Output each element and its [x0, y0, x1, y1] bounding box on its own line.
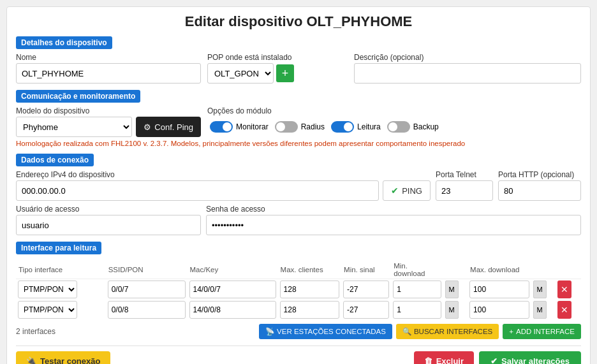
delete-row-button-0[interactable]: ✕: [557, 280, 571, 298]
gear-icon: ⚙: [144, 122, 151, 132]
senha-input[interactable]: [206, 215, 581, 235]
col-mindown: Min. download: [391, 261, 443, 279]
ping-button[interactable]: ✔ PING: [383, 180, 431, 201]
modelo-select[interactable]: Phyhome: [16, 117, 132, 137]
col-maxcli: Max. clientes: [278, 261, 341, 279]
section-comunicacao: Comunicação e monitoramento Modelo do di…: [16, 90, 581, 147]
maxdown-m-0: M: [533, 280, 547, 298]
buscar-interfaces-button[interactable]: 🔍 BUSCAR INTERFACES: [396, 324, 499, 339]
monitorar-toggle[interactable]: [210, 121, 233, 133]
ssid-input-0[interactable]: [108, 280, 186, 298]
check-icon: ✔: [391, 186, 399, 196]
maxcli-input-1[interactable]: [280, 301, 339, 319]
maxcli-input-0[interactable]: [280, 280, 339, 298]
porta-http-label: Porta HTTP (opcional): [498, 170, 581, 179]
main-container: Editar dispositivo OLT_PHYHOME Detalhes …: [6, 6, 591, 364]
conf-ping-button[interactable]: ⚙ Conf. Ping: [136, 117, 201, 137]
section-header-detalhes: Detalhes do dispositivo: [16, 36, 112, 49]
minsinal-input-0[interactable]: [343, 280, 389, 298]
plug-icon: 🔌: [26, 356, 36, 364]
excluir-button[interactable]: 🗑 Excluir: [414, 351, 474, 364]
trash-icon: 🗑: [424, 356, 432, 364]
radius-label: Radius: [301, 122, 325, 131]
table-row: PTMP/PON M M ✕: [16, 300, 581, 320]
leitura-label: Leitura: [357, 122, 381, 131]
col-minsinal: Min. sinal: [341, 261, 391, 279]
backup-label: Backup: [413, 122, 439, 131]
maxdown-input-0[interactable]: [469, 280, 529, 298]
pop-label: POP onde está instalado: [207, 53, 348, 62]
section-detalhes: Detalhes do dispositivo Nome POP onde es…: [16, 36, 581, 84]
plus-icon: +: [509, 328, 513, 335]
porta-telnet-label: Porta Telnet: [436, 170, 493, 179]
col-mac: Mac/Key: [188, 261, 278, 279]
minsinal-input-1[interactable]: [343, 301, 389, 319]
mindown-m-0: M: [445, 280, 459, 298]
backup-toggle[interactable]: [387, 121, 410, 133]
opcoes-label: Opções do módulo: [207, 106, 581, 115]
antenna-icon: 📡: [265, 327, 274, 336]
leitura-toggle[interactable]: [331, 121, 354, 133]
section-header-interface: Interface para leitura: [16, 242, 101, 254]
interface-footer: 2 interfaces 📡 VER ESTAÇÕES CONECTADAS 🔍…: [16, 324, 581, 339]
tipo-select-0[interactable]: PTMP/PON: [18, 280, 77, 298]
search-icon: 🔍: [402, 327, 411, 336]
col-tipo: Tipo interface: [16, 261, 106, 279]
senha-label: Senha de acesso: [206, 205, 581, 214]
col-maxdown: Max. download: [468, 261, 531, 279]
usuario-label: Usuário de acesso: [16, 205, 201, 214]
ip-input[interactable]: [16, 180, 379, 201]
pop-add-button[interactable]: +: [276, 64, 294, 82]
radius-toggle[interactable]: [275, 121, 298, 133]
nome-input[interactable]: [16, 63, 201, 84]
col-ssid: SSID/PON: [106, 261, 188, 279]
porta-http-input[interactable]: [498, 180, 581, 201]
table-row: PTMP/PON M M ✕: [16, 279, 581, 300]
pop-select[interactable]: OLT_GPON: [207, 63, 274, 84]
ip-label: Endereço IPv4 do dispositivo: [16, 170, 431, 179]
section-interface: Interface para leitura Tipo interface SS…: [16, 242, 581, 339]
footer-bar: 🔌 Testar conexão 🗑 Excluir ✔ Salvar alte…: [16, 346, 581, 364]
ver-estacoes-button[interactable]: 📡 VER ESTAÇÕES CONECTADAS: [259, 324, 392, 339]
salvar-button[interactable]: ✔ Salvar alterações: [479, 351, 581, 364]
section-header-comunicacao: Comunicação e monitoramento: [16, 90, 140, 103]
maxdown-input-1[interactable]: [469, 301, 529, 319]
monitorar-label: Monitorar: [236, 122, 269, 131]
add-interface-button[interactable]: + ADD INTERFACE: [503, 324, 581, 339]
section-conexao: Dados de conexão Endereço IPv4 do dispos…: [16, 154, 581, 235]
delete-row-button-1[interactable]: ✕: [557, 301, 571, 319]
interface-table: Tipo interface SSID/PON Mac/Key Max. cli…: [16, 261, 581, 320]
maxdown-m-1: M: [533, 301, 547, 319]
check-circle-icon: ✔: [490, 356, 497, 364]
warning-text: Homologação realizada com FHL2100 v. 2.3…: [16, 140, 581, 147]
interface-count: 2 interfaces: [16, 327, 55, 336]
page-title: Editar dispositivo OLT_PHYHOME: [16, 13, 581, 30]
usuario-input[interactable]: [16, 215, 201, 235]
mindown-input-1[interactable]: [393, 301, 441, 319]
section-header-conexao: Dados de conexão: [16, 154, 94, 166]
mindown-input-0[interactable]: [393, 280, 441, 298]
porta-telnet-input[interactable]: [436, 180, 493, 201]
tipo-select-1[interactable]: PTMP/PON: [18, 301, 77, 319]
nome-label: Nome: [16, 53, 201, 62]
modelo-label: Modelo do dispositivo: [16, 106, 201, 115]
ping-label: PING: [402, 186, 422, 196]
mindown-m-1: M: [445, 301, 459, 319]
desc-input[interactable]: [354, 63, 581, 84]
mac-input-1[interactable]: [189, 301, 276, 319]
mac-input-0[interactable]: [189, 280, 276, 298]
testar-conexao-button[interactable]: 🔌 Testar conexão: [16, 351, 110, 364]
desc-label: Descrição (opcional): [354, 53, 581, 62]
ssid-input-1[interactable]: [108, 301, 186, 319]
